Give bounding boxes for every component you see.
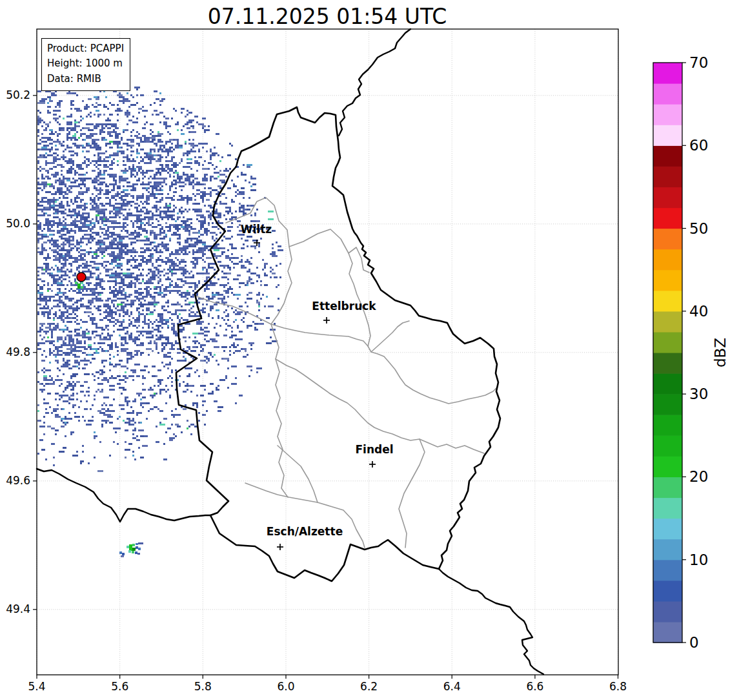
x-tick-label: 6.0 <box>277 680 294 693</box>
y-tick-label: 50.2 <box>6 88 30 101</box>
colorbar-segment <box>653 477 682 498</box>
echo-cell <box>83 284 85 286</box>
product-line: Product: PCAPPI <box>47 41 124 56</box>
colorbar-segment <box>653 498 682 519</box>
colorbar-segment <box>653 125 682 146</box>
radar-site-dot <box>77 273 86 282</box>
radar-map-canvas: WiltzEttelbruckFindelEsch/Alzette 5.45.6… <box>0 0 739 700</box>
echo-cell <box>132 548 136 551</box>
height-line: Height: 1000 m <box>47 56 124 71</box>
colorbar-tick-label: 50 <box>689 220 708 237</box>
colorbar-unit-label: dBZ <box>712 338 729 367</box>
colorbar-segment <box>653 373 682 395</box>
colorbar-segment <box>653 394 682 415</box>
echo-cell <box>136 543 138 545</box>
colorbar-segment <box>653 353 682 374</box>
echo-cell <box>119 551 122 554</box>
echo-cell <box>121 555 124 557</box>
canton-border-line <box>371 321 409 352</box>
echo-cell <box>77 283 81 286</box>
x-tick-label: 6.6 <box>526 680 543 693</box>
city-marker: Esch/Alzette <box>267 525 343 550</box>
canton-border-line <box>271 324 497 404</box>
colorbar-segment <box>653 63 682 84</box>
y-tick-label: 49.4 <box>6 602 30 615</box>
colorbar-segment <box>653 435 682 457</box>
canton-border-line <box>276 359 484 453</box>
colorbar-tick-label: 30 <box>689 386 708 402</box>
echo-cell <box>77 286 80 289</box>
y-tick-label: 49.8 <box>6 345 30 358</box>
colorbar-tick-label: 20 <box>689 468 708 485</box>
x-tick-label: 5.8 <box>194 680 212 693</box>
colorbar-segment <box>653 249 682 271</box>
city-marker: Wiltz <box>241 223 272 246</box>
colorbar-tick-label: 0 <box>689 634 699 651</box>
colorbar-segment <box>653 581 682 602</box>
y-tick-label: 50.0 <box>6 217 30 230</box>
colorbar-segment <box>653 104 682 125</box>
colorbar-segment <box>653 145 682 167</box>
echo-cell <box>132 551 134 553</box>
x-tick-label: 6.2 <box>360 680 378 693</box>
echo-cell <box>135 551 137 554</box>
echo-cell <box>128 550 131 553</box>
france-belgium-border <box>37 469 210 522</box>
canton-border-line <box>245 483 365 548</box>
echo-cell <box>136 546 138 549</box>
echo-cell <box>75 282 77 284</box>
x-tick-label: 5.4 <box>28 680 45 693</box>
colorbar-segment <box>653 519 682 540</box>
colorbar: 010203040506070dBZ <box>653 54 729 651</box>
colorbar-segment <box>653 187 682 208</box>
radar-image: { "title": "07.11.2025 01:54 UTC", "info… <box>0 0 739 700</box>
colorbar-tick-label: 10 <box>689 551 708 568</box>
city-label: Ettelbruck <box>312 300 376 313</box>
city-marker: Findel <box>355 443 393 468</box>
colorbar-segment <box>653 311 682 333</box>
colorbar-segment <box>653 456 682 477</box>
echo-cell <box>132 544 135 546</box>
colorbar-segment <box>653 229 682 250</box>
colorbar-segment <box>653 166 682 187</box>
colorbar-segment <box>653 83 682 105</box>
echo-cell <box>137 553 140 555</box>
city-label: Esch/Alzette <box>267 525 343 538</box>
radar-clutter-speckle <box>37 79 283 472</box>
y-tick-label: 49.6 <box>6 474 30 487</box>
colorbar-tick-label: 60 <box>689 137 708 154</box>
echo-cell <box>138 542 143 544</box>
page-title: 07.11.2025 01:54 UTC <box>208 4 447 29</box>
canton-border-line <box>271 247 292 497</box>
product-info-box: Product: PCAPPI Height: 1000 m Data: RMI… <box>41 38 130 91</box>
colorbar-segment <box>653 208 682 229</box>
belgium-germany-border <box>339 29 410 136</box>
city-label: Findel <box>355 443 393 456</box>
colorbar-segment <box>653 539 682 561</box>
colorbar-segment <box>653 291 682 312</box>
luxembourg-border <box>176 107 500 581</box>
echo-cell <box>122 553 125 555</box>
colorbar-tick-label: 70 <box>689 54 708 71</box>
colorbar-segment <box>653 270 682 291</box>
city-label: Wiltz <box>241 223 272 236</box>
data-source-line: Data: RMIB <box>47 72 124 87</box>
colorbar-tick-label: 40 <box>689 303 708 320</box>
echo-cell <box>127 546 129 548</box>
echo-cell <box>81 286 83 289</box>
echo-cell <box>129 544 132 548</box>
canton-border-line <box>399 439 425 548</box>
x-tick-label: 6.4 <box>443 680 461 693</box>
colorbar-segment <box>653 622 682 643</box>
france-germany-border <box>439 569 543 674</box>
x-tick-label: 6.8 <box>609 680 627 693</box>
echo-cell <box>78 289 81 292</box>
echo-cell <box>138 548 141 550</box>
radar-site <box>77 273 86 282</box>
colorbar-segment <box>653 560 682 581</box>
colorbar-segment <box>653 601 682 623</box>
colorbar-segment <box>653 332 682 353</box>
x-tick-label: 5.6 <box>111 680 128 693</box>
colorbar-segment <box>653 415 682 436</box>
